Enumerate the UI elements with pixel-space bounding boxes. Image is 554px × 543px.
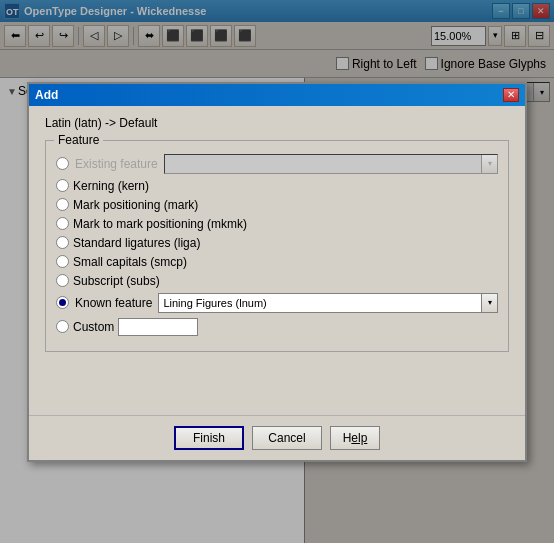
known-feature-row: Known feature Lining Figures (lnum) ▾: [56, 293, 498, 313]
kerning-radio[interactable]: [56, 179, 69, 192]
mark-positioning-label: Mark positioning (mark): [73, 198, 198, 212]
subscript-row: Subscript (subs): [56, 274, 498, 288]
mark-positioning-row: Mark positioning (mark): [56, 198, 498, 212]
standard-ligatures-label: Standard ligatures (liga): [73, 236, 200, 250]
kerning-row: Kerning (kern): [56, 179, 498, 193]
known-feature-combo[interactable]: Lining Figures (lnum) ▾: [158, 293, 498, 313]
help-elp: elp: [351, 431, 367, 445]
custom-label: Custom: [73, 320, 114, 334]
help-button[interactable]: Help: [330, 426, 380, 450]
mark-to-mark-label: Mark to mark positioning (mkmk): [73, 217, 247, 231]
feature-group-title: Feature: [54, 133, 103, 147]
custom-row: Custom: [56, 318, 498, 336]
feature-groupbox: Feature Existing feature ▾ Kerning (kern…: [45, 140, 509, 352]
add-dialog: Add ✕ Latin (latn) -> Default Feature Ex…: [27, 82, 527, 462]
dialog-path: Latin (latn) -> Default: [45, 116, 509, 130]
standard-ligatures-row: Standard ligatures (liga): [56, 236, 498, 250]
cancel-button[interactable]: Cancel: [252, 426, 322, 450]
small-capitals-radio[interactable]: [56, 255, 69, 268]
subscript-radio[interactable]: [56, 274, 69, 287]
dialog-body: Latin (latn) -> Default Feature Existing…: [29, 106, 525, 411]
custom-radio[interactable]: [56, 320, 69, 333]
dialog-titlebar: Add ✕: [29, 84, 525, 106]
dialog-buttons: Finish Cancel Help: [29, 415, 525, 460]
mark-to-mark-row: Mark to mark positioning (mkmk): [56, 217, 498, 231]
existing-feature-row: Existing feature ▾: [56, 154, 498, 174]
known-feature-label: Known feature: [75, 296, 152, 310]
dialog-title: Add: [35, 88, 503, 102]
existing-feature-radio[interactable]: [56, 157, 69, 170]
small-capitals-label: Small capitals (smcp): [73, 255, 187, 269]
dialog-overlay: Add ✕ Latin (latn) -> Default Feature Ex…: [0, 0, 554, 543]
custom-input[interactable]: [118, 318, 198, 336]
help-h: H: [343, 431, 352, 445]
known-feature-radio[interactable]: [56, 296, 69, 309]
finish-button[interactable]: Finish: [174, 426, 244, 450]
existing-feature-dropdown-arrow: ▾: [481, 155, 497, 173]
existing-feature-combo: ▾: [164, 154, 498, 174]
kerning-label: Kerning (kern): [73, 179, 149, 193]
existing-feature-label: Existing feature: [75, 157, 158, 171]
dialog-close-button[interactable]: ✕: [503, 88, 519, 102]
standard-ligatures-radio[interactable]: [56, 236, 69, 249]
mark-to-mark-radio[interactable]: [56, 217, 69, 230]
small-capitals-row: Small capitals (smcp): [56, 255, 498, 269]
known-feature-dropdown-arrow[interactable]: ▾: [481, 294, 497, 312]
subscript-label: Subscript (subs): [73, 274, 160, 288]
known-feature-value: Lining Figures (lnum): [163, 297, 493, 309]
mark-positioning-radio[interactable]: [56, 198, 69, 211]
